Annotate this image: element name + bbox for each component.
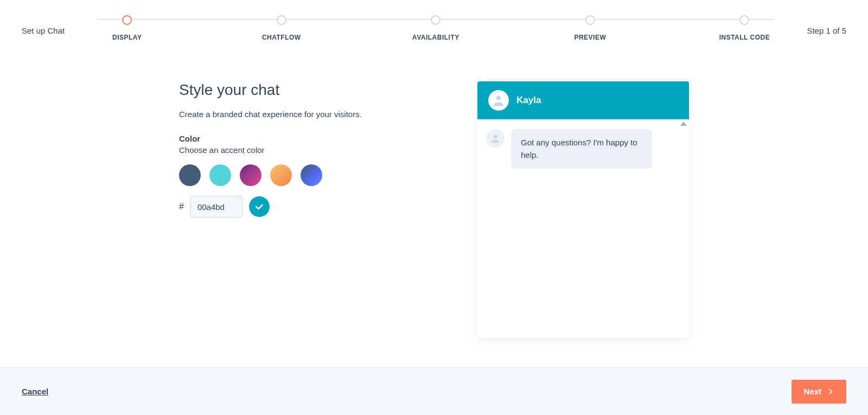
stepper-row: DISPLAY CHATFLOW AVAILABILITY PREVIEW IN…	[97, 15, 774, 41]
color-section-label: Color	[179, 134, 407, 143]
main-content: Style your chat Create a branded chat ex…	[0, 49, 868, 337]
svg-point-0	[496, 95, 501, 100]
page-subtitle: Create a branded chat experience for you…	[179, 110, 407, 119]
header-bar: Set up Chat DISPLAY CHATFLOW AVAILABILIT…	[0, 0, 868, 49]
person-icon	[492, 93, 506, 107]
step-count: Step 1 of 5	[807, 14, 846, 35]
scroll-up-icon[interactable]	[680, 122, 687, 126]
step-label: CHATFLOW	[262, 34, 301, 41]
chat-preview-widget: Kayla Got any questions? I'm happy to he…	[477, 81, 689, 337]
chat-message-row: Got any questions? I'm happy to help.	[486, 129, 680, 169]
step-label: PREVIEW	[574, 34, 606, 41]
message-avatar	[486, 129, 505, 148]
cancel-button[interactable]: Cancel	[22, 387, 48, 396]
color-section-help: Choose an accent color	[179, 145, 407, 155]
color-hex-input[interactable]	[190, 196, 242, 218]
person-icon	[490, 133, 501, 144]
step-circle-icon	[585, 15, 595, 25]
chat-bubble: Got any questions? I'm happy to help.	[511, 129, 652, 169]
hash-symbol: #	[179, 202, 184, 212]
chat-preview-body: Got any questions? I'm happy to help.	[477, 119, 689, 337]
step-circle-icon	[122, 15, 132, 25]
agent-name: Kayla	[516, 95, 541, 106]
swatch-teal[interactable]	[209, 164, 231, 186]
preview-column: Kayla Got any questions? I'm happy to he…	[477, 81, 689, 337]
step-display[interactable]: DISPLAY	[97, 15, 157, 41]
step-install-code[interactable]: INSTALL CODE	[714, 15, 774, 41]
stepper: DISPLAY CHATFLOW AVAILABILITY PREVIEW IN…	[97, 14, 774, 41]
step-label: AVAILABILITY	[412, 34, 459, 41]
apply-color-button[interactable]	[249, 196, 270, 217]
chevron-right-icon	[827, 388, 834, 395]
step-label: DISPLAY	[112, 34, 142, 41]
next-button[interactable]: Next	[792, 380, 846, 404]
swatch-navy[interactable]	[179, 164, 201, 186]
agent-avatar	[488, 90, 509, 111]
footer-bar: Cancel Next	[0, 367, 868, 415]
step-circle-icon	[277, 15, 286, 25]
swatch-pink-gradient[interactable]	[240, 164, 261, 186]
chat-preview-header: Kayla	[477, 81, 689, 119]
page-title: Style your chat	[179, 81, 407, 99]
swatch-blue-gradient[interactable]	[301, 164, 322, 186]
step-label: INSTALL CODE	[719, 34, 770, 41]
step-chatflow[interactable]: CHATFLOW	[252, 15, 311, 41]
setup-title: Set up Chat	[22, 14, 65, 35]
next-button-label: Next	[803, 387, 821, 396]
check-icon	[254, 201, 265, 212]
color-swatches	[179, 164, 407, 186]
step-circle-icon	[739, 15, 749, 25]
step-availability[interactable]: AVAILABILITY	[406, 15, 465, 41]
svg-point-1	[494, 135, 497, 138]
swatch-orange-gradient[interactable]	[270, 164, 292, 186]
step-preview[interactable]: PREVIEW	[560, 15, 620, 41]
step-circle-icon	[431, 15, 441, 25]
color-input-row: #	[179, 196, 407, 218]
settings-column: Style your chat Create a branded chat ex…	[179, 81, 407, 337]
